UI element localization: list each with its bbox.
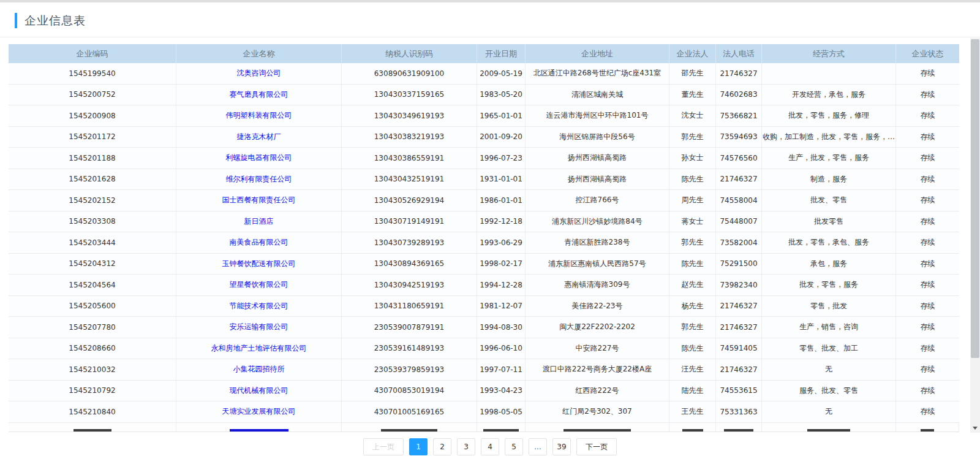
page-ellipsis: ...	[529, 438, 547, 455]
company-name-link[interactable]: 赛气磨具有限公司	[176, 85, 342, 105]
cell-legal_person: 陈先生	[669, 169, 716, 190]
cell-open_date: 1996-06-10	[477, 338, 526, 359]
scrollbar-thumb[interactable]	[971, 39, 979, 358]
cell-address: 北区通江中路268号世纪广场c座431室	[526, 63, 669, 84]
cell-address: 浦东新区川沙镇妙境路84号	[526, 211, 669, 232]
cell-legal_person: 郭先生	[669, 232, 716, 253]
company-name-link[interactable]: 国士西餐有限责任公司	[176, 190, 342, 211]
cell-business_mode: 零售、批发、加工	[762, 338, 896, 359]
scrollbar-down-button[interactable]	[970, 423, 980, 433]
page-button-3[interactable]: 3	[457, 438, 475, 455]
cell-phone: 75366821	[716, 105, 762, 126]
company-name-link[interactable]: 小集花园招待所	[176, 359, 342, 380]
cell-business_mode: 生产，批发，零售，服务	[762, 148, 896, 169]
cell-open_date: 1996-07-23	[477, 148, 526, 169]
vertical-scrollbar[interactable]	[970, 38, 980, 433]
table-header-row: 企业编码企业名称纳税人识别码开业日期企业地址企业法人法人电话经营方式企业状态	[9, 44, 959, 63]
cell-legal_person: 陈先生	[669, 254, 716, 275]
cell-status: 存续	[896, 254, 959, 275]
next-page-button[interactable]: 下一页	[576, 438, 617, 455]
partial-cell	[342, 423, 477, 432]
cell-legal_person: 赵先生	[669, 275, 716, 295]
column-header-code: 企业编码	[9, 44, 176, 63]
cell-phone: 74576560	[716, 148, 762, 169]
company-name-link[interactable]: 永和房地产土地评估有限公司	[176, 338, 342, 359]
cell-address: 清浦区城南关城	[526, 85, 669, 105]
cell-tax_id: 430700853019194	[342, 381, 477, 401]
cell-status: 存续	[896, 190, 959, 211]
enterprise-table: 企业编码企业名称纳税人识别码开业日期企业地址企业法人法人电话经营方式企业状态 1…	[9, 44, 959, 432]
company-name-link[interactable]: 现代机械有限公司	[176, 381, 342, 401]
cell-open_date: 1997-07-11	[477, 359, 526, 380]
cell-tax_id: 130430432519191	[342, 169, 477, 190]
company-name-link[interactable]: 节能技术有限公司	[176, 296, 342, 317]
cell-status: 存续	[896, 338, 959, 359]
cell-business_mode: 生产，销售，咨询	[762, 317, 896, 338]
partial-next-row	[9, 423, 959, 432]
cell-tax_id: 130430383219193	[342, 127, 477, 148]
table-row: 1545201172捷洛克木材厂1304303832191932001-09-2…	[9, 127, 959, 148]
cell-legal_person: 王先生	[669, 401, 716, 422]
cell-legal_person: 郭先生	[669, 127, 716, 148]
cell-legal_person: 陈先生	[669, 338, 716, 359]
cell-phone: 21746327	[716, 359, 762, 380]
cell-status: 存续	[896, 275, 959, 295]
cell-tax_id: 130430942519193	[342, 275, 477, 295]
company-name-link[interactable]: 南美食品有限公司	[176, 232, 342, 253]
cell-tax_id: 130430349619193	[342, 105, 477, 126]
table-row: 1545203444南美食品有限公司1304307392891931993-06…	[9, 232, 959, 254]
page-button-2[interactable]: 2	[433, 438, 451, 455]
company-name-link[interactable]: 安乐运输有限公司	[176, 317, 342, 338]
table-row: 1545202152国士西餐有限责任公司1304305269291941986-…	[9, 190, 959, 211]
cell-address: 青浦区新胜路238号	[526, 232, 669, 253]
cell-code: 1545199540	[9, 63, 176, 84]
company-name-link[interactable]: 望星餐饮有限公司	[176, 275, 342, 295]
prev-page-button[interactable]: 上一页	[363, 438, 404, 455]
cell-open_date: 1994-12-28	[477, 275, 526, 295]
partial-cell	[526, 423, 669, 432]
cell-status: 存续	[896, 211, 959, 232]
cell-tax_id: 130430894369165	[342, 254, 477, 275]
company-name-link[interactable]: 天塘实业发展有限公司	[176, 401, 342, 422]
company-name-link[interactable]: 伟明塑料装有限公司	[176, 105, 342, 126]
company-name-link[interactable]: 沈奥咨询公司	[176, 63, 342, 84]
table-body: 1545199540沈奥咨询公司6308906319091002009-05-1…	[9, 63, 959, 423]
page-button-39[interactable]: 39	[552, 438, 571, 455]
page-title: 企业信息表	[24, 13, 86, 29]
cell-tax_id: 130430739289193	[342, 232, 477, 253]
company-name-link[interactable]: 玉钟餐饮配送有限公司	[176, 254, 342, 275]
page-button-1[interactable]: 1	[409, 438, 428, 455]
column-header-status: 企业状态	[896, 44, 959, 63]
partial-cell	[896, 423, 959, 432]
cell-status: 存续	[896, 85, 959, 105]
cell-address: 浦东新区惠南镇人民西路57号	[526, 254, 669, 275]
cell-open_date: 1998-05-05	[477, 401, 526, 422]
cell-tax_id: 130430386559191	[342, 148, 477, 169]
cell-tax_id: 630890631909100	[342, 63, 477, 84]
column-header-business_mode: 经营方式	[762, 44, 896, 63]
cell-open_date: 1993-06-29	[477, 232, 526, 253]
company-name-link[interactable]: 捷洛克木材厂	[176, 127, 342, 148]
page-button-5[interactable]: 5	[505, 438, 523, 455]
column-header-tax_id: 纳税人识别码	[342, 44, 477, 63]
cell-business_mode: 收购，加工制造，批发，零售，服务，…	[762, 127, 896, 148]
company-name-link[interactable]: 利螺旋电器有限公司	[176, 148, 342, 169]
table-row: 1545208660永和房地产土地评估有限公司23053916148919319…	[9, 338, 959, 360]
cell-business_mode: 无	[762, 359, 896, 380]
company-name-link[interactable]: 维尔利有限责任公司	[176, 169, 342, 190]
cell-business_mode: 批发，零售，服务	[762, 275, 896, 295]
page-button-4[interactable]: 4	[481, 438, 499, 455]
company-name-link[interactable]: 新日酒店	[176, 211, 342, 232]
cell-business_mode	[762, 63, 896, 84]
column-header-phone: 法人电话	[716, 44, 762, 63]
cell-open_date: 1993-04-23	[477, 381, 526, 401]
cell-phone: 73582004	[716, 232, 762, 253]
pagination: 上一页12345...39下一页	[0, 438, 980, 455]
cell-legal_person: 蒋女士	[669, 211, 716, 232]
cell-code: 1545201628	[9, 169, 176, 190]
column-header-name: 企业名称	[176, 44, 342, 63]
cell-address: 海州区锦屏路中段56号	[526, 127, 669, 148]
cell-phone: 21746327	[716, 63, 762, 84]
cell-open_date: 1965-01-01	[477, 105, 526, 126]
partial-cell	[669, 423, 716, 432]
